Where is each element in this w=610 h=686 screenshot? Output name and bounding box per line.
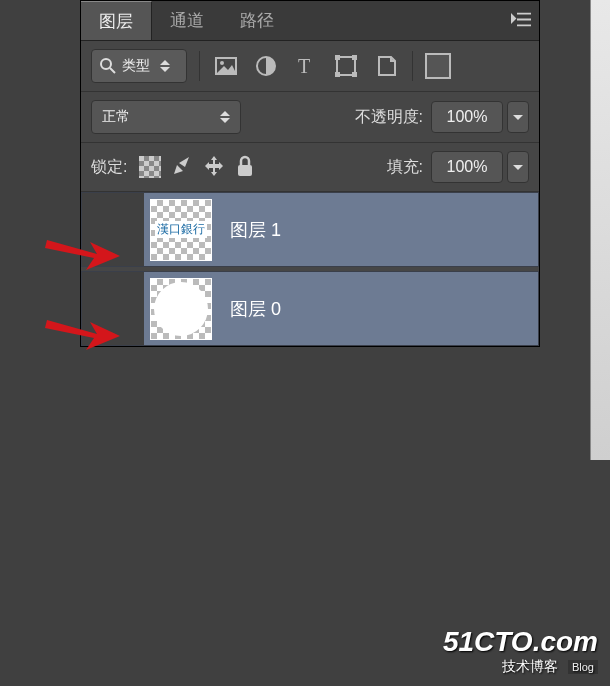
lock-pixels-icon[interactable] [171, 155, 193, 180]
tab-paths[interactable]: 路径 [222, 1, 292, 40]
annotation-arrow [42, 312, 122, 352]
svg-rect-7 [335, 55, 340, 60]
svg-point-0 [101, 59, 111, 69]
layer-row[interactable]: 图层 0 [81, 271, 539, 346]
stepper-icon [160, 60, 178, 72]
fill-input[interactable]: 100% [431, 151, 503, 183]
opacity-dropdown[interactable] [507, 101, 529, 133]
filter-adjustment-icon[interactable] [252, 52, 280, 80]
lock-label: 锁定: [91, 157, 127, 178]
panel-tabs: 图层 通道 路径 [81, 1, 539, 41]
filter-pixel-icon[interactable] [212, 52, 240, 80]
lock-row: 锁定: 填充: 100% [81, 143, 539, 192]
filter-label: 类型 [122, 57, 150, 75]
layer-name[interactable]: 图层 0 [230, 297, 281, 321]
stepper-icon [220, 111, 230, 123]
svg-line-1 [110, 68, 115, 73]
watermark-blog: Blog [568, 660, 598, 674]
search-icon [100, 58, 116, 74]
opacity-input[interactable]: 100% [431, 101, 503, 133]
svg-rect-11 [238, 165, 252, 176]
layer-thumbnail[interactable] [150, 278, 212, 340]
divider [412, 51, 413, 81]
filter-toggle[interactable] [425, 53, 451, 79]
thumb-content: 漢口銀行 [155, 221, 207, 238]
filter-smartobject-icon[interactable] [372, 52, 400, 80]
svg-point-3 [220, 61, 224, 65]
layer-thumbnail[interactable]: 漢口銀行 [150, 199, 212, 261]
fill-label: 填充: [387, 157, 423, 178]
layer-name[interactable]: 图层 1 [230, 218, 281, 242]
fill-dropdown[interactable] [507, 151, 529, 183]
panel-menu-icon[interactable] [511, 12, 531, 29]
opacity-label: 不透明度: [355, 107, 423, 128]
blend-mode-select[interactable]: 正常 [91, 100, 241, 134]
thumb-content [154, 282, 208, 336]
blend-mode-value: 正常 [102, 108, 130, 126]
watermark-site: 51CTO.com [443, 626, 598, 658]
layers-panel: 图层 通道 路径 类型 T [80, 0, 540, 347]
lock-transparency-icon[interactable] [139, 156, 161, 178]
annotation-arrow [42, 232, 122, 272]
layers-list: 漢口銀行 图层 1 图层 0 [81, 192, 539, 346]
watermark-sub: 技术博客 [502, 658, 558, 674]
svg-text:T: T [298, 56, 310, 76]
filter-type-dropdown[interactable]: 类型 [91, 49, 187, 83]
tab-layers[interactable]: 图层 [81, 1, 152, 40]
divider [199, 51, 200, 81]
lock-position-icon[interactable] [203, 155, 225, 180]
svg-rect-8 [352, 55, 357, 60]
filter-row: 类型 T [81, 41, 539, 92]
lock-all-icon[interactable] [235, 155, 255, 180]
page-edge [590, 0, 610, 460]
watermark: 51CTO.com 技术博客 Blog [443, 626, 598, 676]
tab-channels[interactable]: 通道 [152, 1, 222, 40]
svg-rect-9 [335, 72, 340, 77]
svg-rect-10 [352, 72, 357, 77]
filter-shape-icon[interactable] [332, 52, 360, 80]
layer-row[interactable]: 漢口銀行 图层 1 [81, 192, 539, 267]
blend-row: 正常 不透明度: 100% [81, 92, 539, 143]
filter-type-icon[interactable]: T [292, 52, 320, 80]
